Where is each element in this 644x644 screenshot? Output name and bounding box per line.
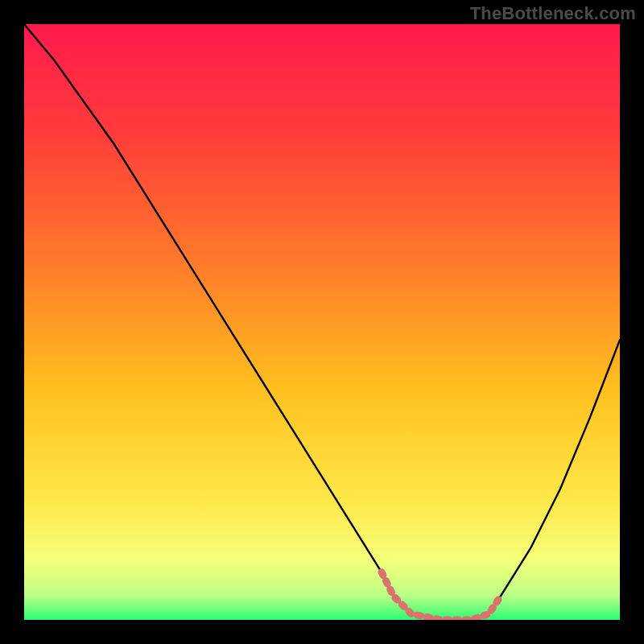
watermark-text: TheBottleneck.com <box>470 3 636 24</box>
chart-svg <box>24 24 620 620</box>
gradient-background <box>24 24 620 620</box>
plot-area <box>24 24 620 620</box>
chart-frame: TheBottleneck.com <box>0 0 644 644</box>
